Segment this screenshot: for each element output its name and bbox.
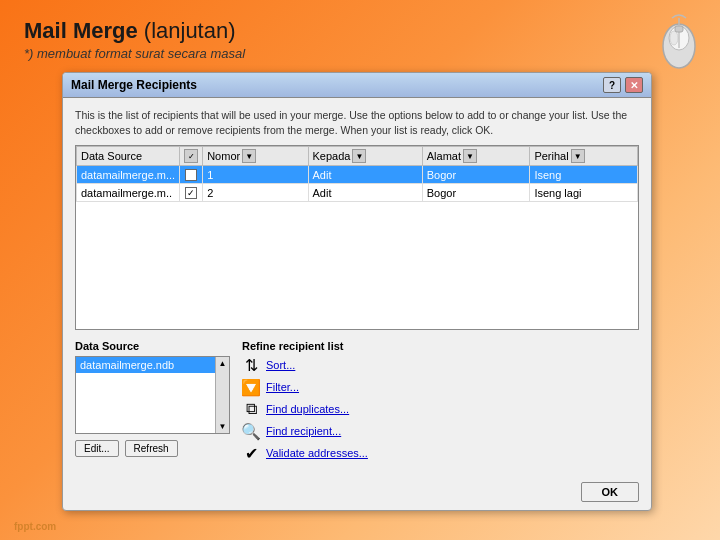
title-bold: Mail Merge xyxy=(24,18,138,43)
col-check: ✓ xyxy=(180,147,203,166)
cell-alamat: Bogor xyxy=(422,184,530,202)
refine-item[interactable]: 🔽Filter... xyxy=(242,378,639,396)
alamat-sort-arrow[interactable]: ▼ xyxy=(463,149,477,163)
validate-icon: ✔ xyxy=(242,444,260,462)
refine-item[interactable]: 🔍Find recipient... xyxy=(242,422,639,440)
check-sort-arrow[interactable]: ✓ xyxy=(184,149,198,163)
refine-link[interactable]: Sort... xyxy=(266,359,295,371)
recipients-table: Data Source ✓ Nomor ▼ xyxy=(76,146,638,202)
col-kepada: Kepada ▼ xyxy=(308,147,422,166)
cell-kepada: Adit xyxy=(308,184,422,202)
cell-datasource: datamailmerge.m... xyxy=(77,166,180,184)
nomor-sort-arrow[interactable]: ▼ xyxy=(242,149,256,163)
table-row[interactable]: datamailmerge.m...✓1AditBogorIseng xyxy=(77,166,638,184)
dialog-controls: ? ✕ xyxy=(603,77,643,93)
svg-point-3 xyxy=(670,31,678,45)
kepada-sort-arrow[interactable]: ▼ xyxy=(352,149,366,163)
refine-link[interactable]: Filter... xyxy=(266,381,299,393)
refine-items-container: ⇅Sort...🔽Filter...⧉Find duplicates...🔍Fi… xyxy=(242,356,639,462)
recipients-table-container: Data Source ✓ Nomor ▼ xyxy=(75,145,639,330)
dialog-titlebar: Mail Merge Recipients ? ✕ xyxy=(63,73,651,98)
refine-link[interactable]: Validate addresses... xyxy=(266,447,368,459)
table-row[interactable]: datamailmerge.m..✓2AditBogorIseng lagi xyxy=(77,184,638,202)
datasource-list-item[interactable]: datamailmerge.ndb xyxy=(76,357,229,373)
cell-alamat: Bogor xyxy=(422,166,530,184)
dialog-description: This is the list of recipients that will… xyxy=(75,108,639,137)
mail-merge-dialog: Mail Merge Recipients ? ✕ This is the li… xyxy=(62,72,652,511)
slide-subtitle: *) membuat format surat secara masal xyxy=(24,46,696,61)
refine-link[interactable]: Find duplicates... xyxy=(266,403,349,415)
cell-kepada: Adit xyxy=(308,166,422,184)
cell-check[interactable]: ✓ xyxy=(180,184,203,202)
col-alamat: Alamat ▼ xyxy=(422,147,530,166)
refine-item[interactable]: ⇅Sort... xyxy=(242,356,639,374)
col-datasource: Data Source xyxy=(77,147,180,166)
cell-check[interactable]: ✓ xyxy=(180,166,203,184)
cell-datasource: datamailmerge.m.. xyxy=(77,184,180,202)
col-perihal: Perihal ▼ xyxy=(530,147,638,166)
slide-header: Mail Merge (lanjutan) *) membuat format … xyxy=(0,0,720,67)
dialog-footer: OK xyxy=(63,476,651,510)
table-header-row: Data Source ✓ Nomor ▼ xyxy=(77,147,638,166)
dialog-body: This is the list of recipients that will… xyxy=(63,98,651,476)
svg-rect-4 xyxy=(675,26,683,32)
edit-button[interactable]: Edit... xyxy=(75,440,119,457)
datasource-section: Data Source datamailmerge.ndb ▲ ▼ Edit..… xyxy=(75,340,230,466)
refine-link[interactable]: Find recipient... xyxy=(266,425,341,437)
title-normal: (lanjutan) xyxy=(138,18,236,43)
cell-nomor: 1 xyxy=(203,166,308,184)
find-dup-icon: ⧉ xyxy=(242,400,260,418)
sort-icon: ⇅ xyxy=(242,356,260,374)
dialog-title: Mail Merge Recipients xyxy=(71,78,197,92)
slide-title: Mail Merge (lanjutan) xyxy=(24,18,696,44)
refine-label: Refine recipient list xyxy=(242,340,639,352)
help-button[interactable]: ? xyxy=(603,77,621,93)
datasource-actions: Edit... Refresh xyxy=(75,440,230,457)
dialog-bottom: Data Source datamailmerge.ndb ▲ ▼ Edit..… xyxy=(75,340,639,466)
col-nomor: Nomor ▼ xyxy=(203,147,308,166)
close-button[interactable]: ✕ xyxy=(625,77,643,93)
datasource-scrollbar[interactable]: ▲ ▼ xyxy=(215,357,229,433)
cell-perihal: Iseng lagi xyxy=(530,184,638,202)
checkbox[interactable]: ✓ xyxy=(185,169,197,181)
datasource-label: Data Source xyxy=(75,340,230,352)
cell-perihal: Iseng xyxy=(530,166,638,184)
checkbox[interactable]: ✓ xyxy=(185,187,197,199)
filter-icon: 🔽 xyxy=(242,378,260,396)
datasource-list: datamailmerge.ndb ▲ ▼ xyxy=(75,356,230,434)
refine-section: Refine recipient list ⇅Sort...🔽Filter...… xyxy=(242,340,639,466)
ok-button[interactable]: OK xyxy=(581,482,640,502)
refine-item[interactable]: ✔Validate addresses... xyxy=(242,444,639,462)
perihal-sort-arrow[interactable]: ▼ xyxy=(571,149,585,163)
refine-item[interactable]: ⧉Find duplicates... xyxy=(242,400,639,418)
find-rec-icon: 🔍 xyxy=(242,422,260,440)
mouse-illustration xyxy=(647,8,712,77)
fppt-brand: fppt.com xyxy=(14,521,56,532)
cell-nomor: 2 xyxy=(203,184,308,202)
refresh-button[interactable]: Refresh xyxy=(125,440,178,457)
